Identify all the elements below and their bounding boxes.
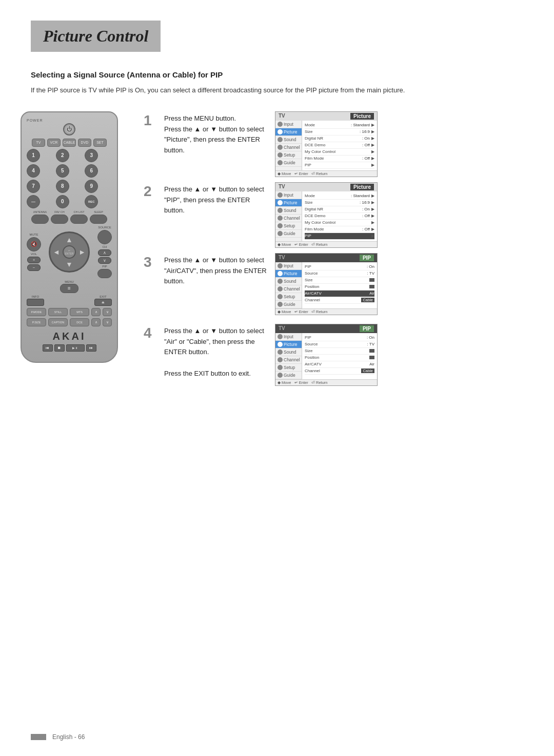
info-group: INFO <box>27 295 44 306</box>
nav-down-arrow[interactable]: ▼ <box>66 260 73 268</box>
step-2-text: Press the ▲ or ▼ button to select "PIP",… <box>164 182 267 216</box>
stop-button[interactable]: ⏹ <box>54 344 65 352</box>
step-1-header: TV Picture <box>275 112 377 121</box>
step-2-screen: TV Picture Input Picture Sound Channel S… <box>275 182 378 248</box>
source-label-text: SOURCE <box>98 226 111 229</box>
vol-label-row: VOL <box>31 253 37 256</box>
menu-group: MENU ≡ <box>60 280 78 293</box>
sidebar-setup-4: Setup <box>275 364 302 372</box>
still-button[interactable]: STILL <box>48 308 68 316</box>
step-1-content: Mode: Standard ▶ Size: 16:9 ▶ Digital NR… <box>302 121 377 170</box>
btn-2[interactable]: 2 <box>56 149 69 162</box>
btn-3[interactable]: 3 <box>85 149 98 162</box>
nav-ring: ▲ ▼ ◄ ► ↵ ENTER <box>49 231 90 273</box>
btn-9[interactable]: 9 <box>85 180 98 193</box>
step-3-footer: ◆ Move ↵ Enter ⏎ Return <box>275 308 377 315</box>
remote-area: POWER ⏻ TV VCR CABLE DVD SET 1 2 3 4 5 6… <box>21 111 133 395</box>
step-3-row: 3 Press the ▲ or ▼ button to select "Air… <box>144 253 533 320</box>
vol-down-button[interactable]: − <box>27 264 41 271</box>
btn-6[interactable]: 6 <box>85 164 98 178</box>
row-source-3: Source: TV <box>305 270 374 277</box>
info-button[interactable] <box>27 299 44 306</box>
exit-group: EXIT ⏏ <box>94 295 112 306</box>
btn-rec[interactable]: REC <box>85 195 98 208</box>
ch-label-text: CH <box>103 245 107 248</box>
row-film-2: Film Mode: Off ▶ <box>305 226 374 233</box>
btn-1[interactable]: 1 <box>27 149 40 162</box>
row-pip-4: PIP: On <box>305 335 374 341</box>
dn-btn2[interactable]: ∨ <box>103 308 112 316</box>
favch-button[interactable] <box>51 215 68 224</box>
vol-up-button[interactable]: + <box>27 257 41 263</box>
mute-button[interactable]: 🔇 <box>27 237 41 251</box>
step-3-number: 3 <box>144 254 156 270</box>
step-3-body: Input Picture Sound Channel Setup Guide … <box>275 262 377 308</box>
ff-button[interactable]: ⏭ <box>86 344 96 352</box>
menu-label-2: Picture <box>350 184 374 190</box>
row-size-4: Size <box>305 348 374 355</box>
sidebar-guide-1: Guide <box>275 159 302 167</box>
sidebar-input-1: Input <box>275 121 302 128</box>
vcr-button[interactable]: VCR <box>47 139 61 147</box>
btn-0[interactable]: 0 <box>56 195 69 208</box>
pip-side-label: PIP <box>102 265 107 268</box>
tv-button[interactable]: TV <box>32 139 45 147</box>
sidebar-sound-1: Sound <box>275 136 302 144</box>
source-row: TV VCR CABLE DVD SET <box>27 139 112 147</box>
psize-button[interactable]: P.SIZE <box>27 318 46 326</box>
row-dce-2: DCE Demo: Off ▶ <box>305 213 374 220</box>
caption-button[interactable]: CAPTION <box>48 318 68 326</box>
step-3-sidebar: Input Picture Sound Channel Setup Guide <box>275 262 302 308</box>
function-label-row: ANTENNA FAV CH CH LIST SLEEP <box>27 210 112 214</box>
btn-5[interactable]: 5 <box>56 164 69 178</box>
enter-button[interactable]: ↵ ENTER <box>63 245 76 259</box>
set-button[interactable]: SET <box>93 139 107 147</box>
sidebar-guide-4: Guide <box>275 372 302 379</box>
ch-up-button[interactable]: ∧ <box>98 249 111 256</box>
row-mcc-1: My Color Control▶ <box>305 149 374 156</box>
dvd-button[interactable]: DVD <box>78 139 91 147</box>
source-button[interactable] <box>97 230 112 244</box>
sidebar-sound-3: Sound <box>275 278 302 285</box>
rew-button[interactable]: ⏮ <box>43 344 53 352</box>
cable-button[interactable]: CABLE <box>63 139 76 147</box>
up-btn[interactable]: ∧ <box>91 308 101 316</box>
sidebar-setup-1: Setup <box>275 151 302 159</box>
nav-left-arrow[interactable]: ◄ <box>53 248 60 256</box>
pip-side-button[interactable] <box>97 269 112 278</box>
ch-down-button[interactable]: ∨ <box>98 257 111 264</box>
menu-button[interactable]: ≡ <box>60 284 78 293</box>
antenna-button[interactable] <box>31 215 49 224</box>
row-mcc-2: My Color Control▶ <box>305 220 374 226</box>
mts-button[interactable]: MTS <box>70 308 89 316</box>
chlist-button[interactable] <box>70 215 88 224</box>
nav-up-arrow[interactable]: ▲ <box>66 236 73 244</box>
btn-4[interactable]: 4 <box>27 164 40 178</box>
step-4-body: Input Picture Sound Channel Setup Guide … <box>275 333 377 379</box>
ch-dn-btn[interactable]: ∨ <box>103 318 112 326</box>
btn-dash[interactable]: — <box>27 195 40 208</box>
dce-button[interactable]: DCE <box>70 318 89 326</box>
step-1-row: 1 Press the MENU button. Press the ▲ or … <box>144 111 533 178</box>
step-2-header: TV Picture <box>275 183 377 191</box>
pmode-button[interactable]: P.MODE <box>27 308 46 316</box>
row-size-1: Size: 16:9 ▶ <box>305 129 374 135</box>
step-2-row: 2 Press the ▲ or ▼ button to select "PIP… <box>144 182 533 249</box>
sidebar-setup-3: Setup <box>275 293 302 301</box>
exit-button[interactable]: ⏏ <box>94 299 112 306</box>
row-dce-1: DCE Demo: Off ▶ <box>305 142 374 149</box>
step-4-sidebar: Input Picture Sound Channel Setup Guide <box>275 333 302 379</box>
ch-up-btn[interactable]: ∧ <box>91 318 101 326</box>
step-4-footer: ◆ Move ↵ Enter ⏎ Return <box>275 379 377 385</box>
btn-8[interactable]: 8 <box>56 180 69 193</box>
mute-vol-group: MUTE 🔇 VOL + − <box>27 233 41 271</box>
btn-7[interactable]: 7 <box>27 180 40 193</box>
play-pause-button[interactable]: ▶⏸ <box>66 344 85 352</box>
sleep-button[interactable] <box>90 215 107 224</box>
power-button[interactable]: ⏻ <box>63 123 75 135</box>
menu-pip-row: MENU ≡ <box>27 280 112 293</box>
step-4-number: 4 <box>144 325 156 341</box>
intro-text: If the PIP source is TV while PIP is On,… <box>31 85 523 96</box>
tv-label-2: TV <box>279 184 285 190</box>
nav-right-arrow[interactable]: ► <box>78 248 86 256</box>
